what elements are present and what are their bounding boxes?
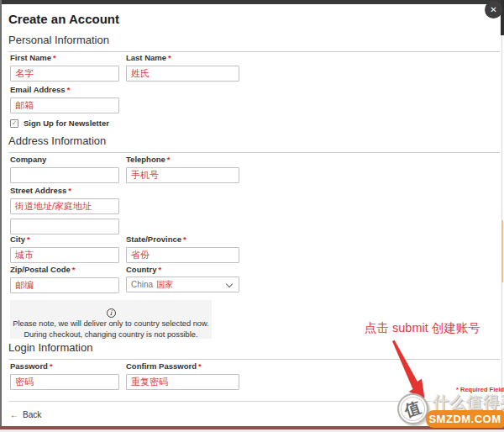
back-button[interactable]: ← Back xyxy=(10,410,41,419)
password-group: Password* xyxy=(10,361,119,390)
zip-input[interactable] xyxy=(10,277,119,293)
email-group: Email Address* xyxy=(10,85,119,113)
first-name-group: First Name* xyxy=(10,53,119,82)
newsletter-row: ✓ Sign Up for Newsletter xyxy=(10,119,109,128)
delivery-notice: i Please note, we will deliver only to c… xyxy=(10,300,212,339)
smzdm-logo-char: 值 xyxy=(402,396,423,422)
page-title: Create an Account xyxy=(8,12,119,26)
overlay-edge-top xyxy=(0,0,504,4)
email-label: Email Address* xyxy=(10,85,119,94)
city-input[interactable] xyxy=(10,247,119,263)
zip-group: Zip/Postal Code* xyxy=(10,265,119,293)
overlay-edge-right xyxy=(501,0,502,432)
required-asterisk: * xyxy=(67,85,71,94)
required-asterisk: * xyxy=(183,234,186,244)
company-label: Company xyxy=(10,155,119,164)
country-hint: 国家 xyxy=(156,279,173,291)
telephone-label: Telephone* xyxy=(126,155,239,164)
close-button[interactable]: ✕ xyxy=(485,1,502,18)
confirm-password-group: Confirm Password* xyxy=(126,361,239,390)
required-asterisk: * xyxy=(198,361,202,371)
last-name-input[interactable] xyxy=(126,66,239,82)
company-group: Company xyxy=(10,155,119,183)
overlay-edge-right-orange xyxy=(501,220,503,282)
required-asterisk: * xyxy=(167,155,171,164)
country-label: Country* xyxy=(126,265,239,274)
password-input[interactable] xyxy=(10,374,119,390)
telephone-input[interactable] xyxy=(126,167,239,183)
smzdm-domain-text: SMZDM.COM xyxy=(428,413,501,425)
section-heading-login: Login Information xyxy=(8,341,500,360)
required-asterisk: * xyxy=(72,265,76,274)
chevron-down-icon xyxy=(226,281,233,287)
street-address-label: Street Address* xyxy=(10,186,119,195)
first-name-label: First Name* xyxy=(10,53,119,62)
confirm-password-label: Confirm Password* xyxy=(126,361,239,371)
back-label: Back xyxy=(23,410,41,419)
smzdm-domain-badge: SMZDM.COM xyxy=(426,410,504,428)
state-label: State/Province* xyxy=(126,234,239,244)
smzdm-logo-icon: 值 xyxy=(397,393,428,424)
section-heading-personal: Personal Information xyxy=(8,34,500,52)
newsletter-label: Sign Up for Newsletter xyxy=(24,119,109,128)
company-input[interactable] xyxy=(10,167,119,183)
last-name-group: Last Name* xyxy=(126,53,239,82)
required-asterisk: * xyxy=(68,186,71,195)
password-label: Password* xyxy=(10,361,119,371)
info-icon: i xyxy=(107,308,116,318)
confirm-password-input[interactable] xyxy=(126,374,239,390)
email-input[interactable] xyxy=(10,97,119,113)
street-address-group: Street Address* xyxy=(10,186,119,234)
required-asterisk: * xyxy=(27,234,30,244)
required-asterisk: * xyxy=(53,53,56,62)
telephone-group: Telephone* xyxy=(126,155,239,183)
overlay-edge-left xyxy=(0,0,2,432)
required-asterisk: * xyxy=(50,361,53,371)
annotation-text: 点击 submit 创建账号 xyxy=(365,320,480,336)
country-selected-value: China xyxy=(131,280,153,289)
country-select[interactable]: China 国家 xyxy=(126,277,239,292)
back-arrow-icon: ← xyxy=(10,410,18,419)
required-asterisk: * xyxy=(168,53,171,62)
state-input[interactable] xyxy=(126,247,239,263)
notice-line-2: During checkout, changing country is not… xyxy=(10,329,212,340)
city-group: City* xyxy=(10,234,119,263)
country-group: Country* China 国家 xyxy=(126,265,239,292)
create-account-modal-screen: Create an Account Personal Information F… xyxy=(0,0,504,432)
section-heading-address: Address Information xyxy=(8,134,500,153)
newsletter-checkbox[interactable]: ✓ xyxy=(10,119,18,128)
first-name-input[interactable] xyxy=(10,66,119,82)
street-address-input-1[interactable] xyxy=(10,198,119,214)
city-label: City* xyxy=(10,234,119,244)
required-asterisk: * xyxy=(158,265,161,274)
close-icon: ✕ xyxy=(490,5,496,14)
street-address-input-2[interactable] xyxy=(10,219,119,234)
state-group: State/Province* xyxy=(126,234,239,263)
zip-label: Zip/Postal Code* xyxy=(10,265,119,274)
last-name-label: Last Name* xyxy=(126,53,239,62)
notice-line-1: Please note, we will deliver only to cou… xyxy=(10,319,212,329)
create-account-modal: Create an Account Personal Information F… xyxy=(2,4,501,426)
